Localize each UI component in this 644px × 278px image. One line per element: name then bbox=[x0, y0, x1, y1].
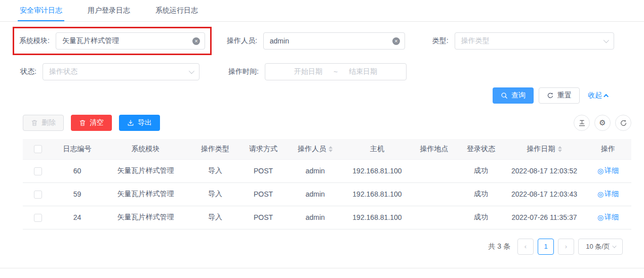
download-icon bbox=[127, 119, 134, 126]
range-separator: ~ bbox=[334, 68, 338, 76]
chevron-down-icon bbox=[603, 37, 609, 43]
chevron-up-icon bbox=[603, 94, 609, 99]
cell-module: 矢量瓦片样式管理 bbox=[101, 182, 190, 206]
export-button[interactable]: 导出 bbox=[119, 115, 160, 131]
reset-button[interactable]: 重置 bbox=[539, 87, 580, 104]
search-button[interactable]: 查询 bbox=[493, 87, 534, 104]
cell-login-status: 成功 bbox=[458, 159, 504, 182]
cell-login-status: 成功 bbox=[458, 182, 504, 206]
cell-method: POST bbox=[240, 159, 286, 182]
operator-input[interactable] bbox=[263, 32, 405, 50]
row-checkbox[interactable] bbox=[34, 167, 42, 175]
time-label: 操作时间: bbox=[228, 67, 259, 76]
reset-icon bbox=[547, 92, 554, 99]
cell-module: 矢量瓦片样式管理 bbox=[101, 159, 190, 182]
caret-down-icon bbox=[329, 150, 333, 152]
row-density-button[interactable] bbox=[574, 115, 590, 131]
reset-button-label: 重置 bbox=[557, 91, 572, 100]
header-operator: 操作人员 bbox=[286, 139, 344, 159]
prev-page-button[interactable]: ‹ bbox=[517, 239, 534, 255]
page-size-select[interactable]: 10 条/页 bbox=[578, 239, 623, 255]
bottom-divider bbox=[0, 268, 644, 268]
status-label: 状态: bbox=[20, 67, 36, 76]
cell-method: POST bbox=[240, 182, 286, 206]
chevron-down-icon bbox=[189, 68, 194, 74]
cell-op-type: 导入 bbox=[190, 206, 240, 229]
caret-up-icon bbox=[558, 146, 562, 149]
header-log-id: 日志编号 bbox=[53, 139, 101, 159]
cell-operator: admin bbox=[286, 159, 344, 182]
cell-location bbox=[410, 182, 458, 206]
table-row: 24 矢量瓦片样式管理 导入 POST admin 192.168.81.100… bbox=[23, 206, 631, 229]
header-host: 主机 bbox=[344, 139, 410, 159]
detail-link-label: 详细 bbox=[605, 213, 619, 222]
sort-operator-control[interactable] bbox=[329, 146, 333, 152]
cell-location bbox=[410, 206, 458, 229]
row-checkbox[interactable] bbox=[34, 191, 42, 199]
caret-up-icon bbox=[329, 146, 333, 149]
cell-login-status: 成功 bbox=[458, 206, 504, 229]
next-page-button[interactable]: › bbox=[558, 239, 574, 255]
end-date-placeholder: 结束日期 bbox=[349, 67, 377, 76]
type-select[interactable]: 操作类型 bbox=[455, 32, 614, 50]
header-operator-label: 操作人员 bbox=[298, 145, 326, 153]
collapse-link-label: 收起 bbox=[588, 91, 602, 100]
cell-op-date: 2022-07-26 11:35:37 bbox=[504, 206, 585, 229]
cell-op-date: 2022-08-17 12:03:52 bbox=[504, 159, 585, 182]
line-height-icon bbox=[578, 119, 586, 127]
pagination: 共 3 条 ‹ 1 › 10 条/页 bbox=[0, 229, 644, 255]
operator-label: 操作人员: bbox=[227, 36, 257, 45]
module-field-highlight: 系统模块: × bbox=[13, 27, 212, 55]
column-settings-button[interactable]: ⚙ bbox=[594, 115, 611, 131]
type-select-placeholder: 操作类型 bbox=[461, 36, 490, 45]
search-icon bbox=[501, 92, 508, 99]
cell-op-date: 2022-08-17 12:03:43 bbox=[504, 182, 585, 206]
time-range-picker[interactable]: 开始日期 ~ 结束日期 bbox=[265, 63, 407, 80]
detail-link-label: 详细 bbox=[605, 166, 619, 175]
detail-link[interactable]: ◎详细 bbox=[597, 213, 619, 222]
tab-user-login-log[interactable]: 用户登录日志 bbox=[86, 0, 132, 21]
header-login-status: 登录状态 bbox=[458, 139, 504, 159]
row-checkbox[interactable] bbox=[34, 214, 42, 222]
gear-icon: ⚙ bbox=[599, 118, 606, 127]
log-table: 日志编号 系统模块 操作类型 请求方式 操作人员 主机 操作地点 登录状态 操作… bbox=[23, 139, 631, 229]
caret-down-icon bbox=[558, 150, 562, 152]
cell-op-type: 导入 bbox=[190, 159, 240, 182]
total-count: 共 3 条 bbox=[488, 242, 510, 251]
module-field: 系统模块: × bbox=[19, 32, 205, 50]
delete-button[interactable]: 删除 bbox=[23, 115, 64, 131]
select-all-checkbox[interactable] bbox=[34, 145, 42, 153]
detail-link[interactable]: ◎详细 bbox=[597, 166, 619, 175]
type-label: 类型: bbox=[432, 36, 449, 45]
status-select[interactable]: 操作状态 bbox=[43, 63, 199, 80]
clear-module-icon[interactable]: × bbox=[192, 37, 200, 45]
cell-log-id: 59 bbox=[53, 182, 101, 206]
sort-date-control[interactable] bbox=[558, 146, 562, 152]
page-size-label: 10 条/页 bbox=[586, 242, 610, 251]
clear-operator-icon[interactable]: × bbox=[392, 37, 400, 45]
module-input[interactable] bbox=[56, 32, 205, 50]
refresh-icon bbox=[620, 119, 627, 127]
status-select-placeholder: 操作状态 bbox=[49, 67, 77, 76]
clear-button[interactable]: 清空 bbox=[71, 115, 112, 131]
delete-button-label: 删除 bbox=[42, 118, 56, 127]
type-field: 类型: 操作类型 bbox=[432, 32, 614, 50]
tab-security-audit-log[interactable]: 安全审计日志 bbox=[18, 0, 64, 21]
cell-log-id: 60 bbox=[53, 159, 101, 182]
start-date-placeholder: 开始日期 bbox=[294, 67, 323, 76]
table-body: 60 矢量瓦片样式管理 导入 POST admin 192.168.81.100… bbox=[23, 159, 631, 229]
collapse-link[interactable]: 收起 bbox=[588, 91, 609, 100]
tab-system-run-log[interactable]: 系统运行日志 bbox=[153, 0, 200, 21]
log-table-container: 日志编号 系统模块 操作类型 请求方式 操作人员 主机 操作地点 登录状态 操作… bbox=[0, 131, 644, 229]
cell-host: 192.168.81.100 bbox=[344, 206, 410, 229]
filter-form: 系统模块: × 操作人员: × 类型: 操作类型 状态: bbox=[0, 22, 644, 104]
table-row: 60 矢量瓦片样式管理 导入 POST admin 192.168.81.100… bbox=[23, 159, 631, 182]
page-number-button[interactable]: 1 bbox=[538, 239, 554, 255]
detail-link[interactable]: ◎详细 bbox=[597, 190, 619, 199]
header-location: 操作地点 bbox=[410, 139, 458, 159]
cell-module: 矢量瓦片样式管理 bbox=[101, 206, 190, 229]
refresh-button[interactable] bbox=[615, 115, 631, 131]
status-field: 状态: 操作状态 bbox=[20, 63, 199, 80]
export-button-label: 导出 bbox=[138, 118, 152, 127]
operator-field: 操作人员: × bbox=[227, 32, 405, 50]
